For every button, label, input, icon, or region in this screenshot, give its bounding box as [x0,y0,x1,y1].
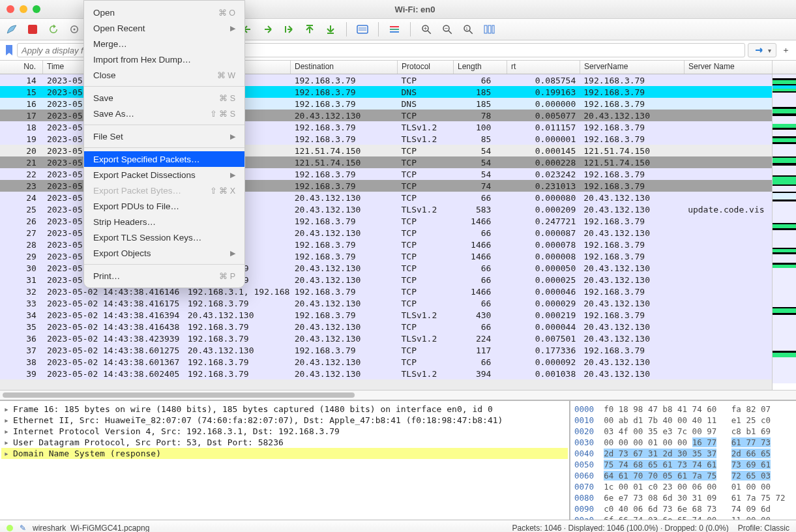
menu-open[interactable]: Open⌘ O [84,5,244,20]
table-row[interactable]: 382023-05-02 14:43:38.601367192.168.3.79… [0,356,772,368]
tree-text: Domain Name System (response) [13,449,161,458]
svg-rect-0 [28,25,37,34]
zoom-in-icon[interactable] [419,22,434,37]
edit-icon[interactable]: ✎ [20,524,26,532]
svg-rect-20 [488,25,491,33]
menu-export-dissections[interactable]: Export Packet Dissections▶ [84,167,244,183]
tree-text: Internet Protocol Version 4, Src: 192.16… [13,426,340,436]
menu-separator [84,125,244,125]
traffic-lights [7,5,40,13]
menu-export-bytes: Export Packet Bytes…⇧ ⌘ X [84,183,244,198]
col-length[interactable]: Length [454,61,507,74]
filter-apply-button[interactable]: ▾ [748,43,776,57]
col-rt[interactable]: rt [507,61,580,74]
menu-separator [84,86,244,87]
col-servername[interactable]: ServerName [580,61,685,74]
col-servername2[interactable]: Server Name [685,61,773,74]
file-menu[interactable]: Open⌘ O Open Recent▶ Merge… Import from … [83,0,245,288]
packet-bytes-hex[interactable]: 0000 f0 18 98 47 b8 41 74 60 fa 82 07001… [570,401,796,520]
menu-export-specified[interactable]: Export Specified Packets… [84,151,244,167]
svg-rect-3 [357,25,368,33]
goto-first-icon[interactable] [281,22,297,37]
col-protocol[interactable]: Protocol [398,61,454,74]
toolbar-separator [410,22,411,37]
menu-file-set[interactable]: File Set▶ [84,128,244,144]
scrollbar-thumb[interactable] [3,392,355,398]
menu-open-recent[interactable]: Open Recent▶ [84,20,244,36]
tree-text: User Datagram Protocol, Src Port: 53, Ds… [13,437,284,447]
autoscroll-icon[interactable] [355,22,370,37]
svg-rect-21 [492,25,494,33]
tree-item[interactable]: ▸Internet Protocol Version 4, Src: 192.1… [1,426,568,437]
status-packets: Packets: 1046 · Displayed: 1046 (100.0%)… [512,524,728,532]
table-row[interactable]: 342023-05-02 14:43:38.41639420.43.132.13… [0,309,772,321]
zoom-out-icon[interactable] [439,22,455,37]
colorize-icon[interactable] [387,22,402,37]
svg-point-2 [74,29,76,31]
tree-text: Frame 16: 185 bytes on wire (1480 bits),… [13,404,493,414]
add-filter-button[interactable]: ＋ [779,44,792,56]
menu-export-pdus[interactable]: Export PDUs to File… [84,198,244,214]
tree-item[interactable]: ▸Ethernet II, Src: HuaweiTe_82:07:07 (74… [1,415,568,426]
col-destination[interactable]: Destination [291,61,398,74]
capture-options-icon[interactable] [66,22,82,37]
table-row[interactable]: 332023-05-02 14:43:38.416175192.168.3.79… [0,297,772,309]
menu-save[interactable]: Save⌘ S [84,90,244,106]
menu-close[interactable]: Close⌘ W [84,67,244,83]
expert-info-icon[interactable] [7,525,13,531]
table-row[interactable]: 392023-05-02 14:43:38.602405192.168.3.79… [0,368,772,379]
menu-separator [84,147,244,148]
svg-line-17 [469,31,473,34]
goto-down-icon[interactable] [323,22,338,37]
menu-import-hex[interactable]: Import from Hex Dump… [84,52,244,67]
menu-strip-headers[interactable]: Strip Headers… [84,214,244,229]
resize-columns-icon[interactable] [481,22,497,37]
col-no[interactable]: No. [0,61,43,74]
table-row[interactable]: 352023-05-02 14:43:38.416438192.168.3.79… [0,321,772,332]
packet-details-tree[interactable]: ▸Frame 16: 185 bytes on wire (1480 bits)… [0,401,570,520]
toolbar-separator [378,22,379,37]
tree-item[interactable]: ▸User Datagram Protocol, Src Port: 53, D… [1,437,568,448]
svg-text:1: 1 [465,27,468,31]
table-row[interactable]: 362023-05-02 14:43:38.423939192.168.3.79… [0,332,772,344]
details-pane: ▸Frame 16: 185 bytes on wire (1480 bits)… [0,400,796,520]
toolbar-separator [346,22,347,37]
zoom-window-icon[interactable] [33,5,40,13]
menu-export-objects[interactable]: Export Objects▶ [84,245,244,261]
statusbar: ✎ wireshark_Wi-FiGMGC41.pcapng Packets: … [0,520,796,532]
svg-line-14 [449,31,452,34]
menu-merge[interactable]: Merge… [84,36,244,52]
menu-save-as[interactable]: Save As…⇧ ⌘ S [84,106,244,121]
zoom-reset-icon[interactable]: 1 [460,22,476,37]
minimize-window-icon[interactable] [20,5,27,13]
menu-export-tls[interactable]: Export TLS Session Keys… [84,229,244,245]
horizontal-scrollbar[interactable] [0,390,796,400]
menu-separator [84,264,244,265]
goto-up-icon[interactable] [302,22,317,37]
svg-line-10 [428,31,431,34]
arrow-right-green-icon[interactable] [260,22,276,37]
menu-print[interactable]: Print…⌘ P [84,268,244,284]
tree-item-selected[interactable]: ▸Domain Name System (response) [1,448,568,459]
restart-capture-icon[interactable] [46,22,61,37]
status-filename: wireshark_Wi-FiGMGC41.pcapng [33,524,149,532]
tree-item[interactable]: ▸Frame 16: 185 bytes on wire (1480 bits)… [1,404,568,415]
table-row[interactable]: 372023-05-02 14:43:38.60127520.43.132.13… [0,344,772,356]
tree-text: Ethernet II, Src: HuaweiTe_82:07:07 (74:… [13,415,503,425]
status-profile[interactable]: Profile: Classic [738,524,789,532]
close-window-icon[interactable] [7,5,14,13]
stop-capture-icon[interactable] [25,22,40,37]
packet-minimap[interactable] [772,74,796,390]
shark-fin-icon[interactable] [4,22,20,37]
bookmark-icon[interactable] [4,45,14,55]
svg-rect-19 [484,25,487,33]
